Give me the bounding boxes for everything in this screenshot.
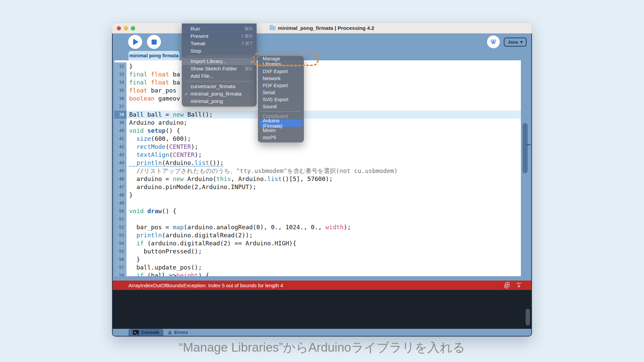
menu-item-minimal-pong[interactable]: minimal_pong — [182, 98, 257, 105]
submenu-item-network[interactable]: Network — [259, 75, 303, 82]
code-text: bar_pos = map(arduino.analogRead(0), 0.,… — [126, 223, 521, 231]
terminal-icon: >_ — [133, 330, 139, 335]
code-line-33[interactable]: 33final float ba — [114, 70, 521, 78]
code-line-43[interactable]: 43 textAlign(CENTER); — [114, 151, 521, 159]
code-text: if (arduino.digitalRead(2) == Arduino.HI… — [126, 239, 521, 247]
line-number: 54 — [114, 239, 126, 247]
annotation-dashed-highlight — [253, 53, 319, 66]
line-number: 47 — [114, 183, 126, 191]
close-button[interactable] — [117, 26, 121, 31]
code-line-53[interactable]: 53 println(arduino.digitalRead(2)); — [114, 231, 521, 239]
code-line-39[interactable]: 39Arduino arduino; — [114, 119, 521, 127]
menu-item-show-sketch-folder[interactable]: Show Sketch Folder⌘K — [182, 65, 257, 72]
editor-scrollbar-thumb[interactable] — [523, 123, 528, 173]
copy-console-icon[interactable] — [503, 282, 511, 289]
submenu-item-pdf-export[interactable]: PDF Export — [259, 82, 303, 89]
console-output[interactable]: /dev/cu.BLTH /dev/cu.Bluetooth-Incoming-… — [113, 290, 531, 329]
menu-item-import-library[interactable]: Import Library...› — [182, 58, 257, 65]
menu-item-minimal-pong-firmata[interactable]: ✓minimal_pong_firmata — [182, 90, 257, 98]
code-text — [126, 215, 521, 223]
code-line-41[interactable]: 41 size(600, 600); — [114, 135, 521, 143]
code-line-52[interactable]: 52 bar_pos = map(arduino.analogRead(0), … — [114, 223, 521, 231]
line-number: 38 — [114, 111, 126, 119]
menu-item-label: curvetracer_firmata — [191, 83, 235, 89]
menu-shortcut: ⌘K — [245, 66, 253, 71]
run-button[interactable] — [128, 35, 142, 49]
tab-console[interactable]: >_ Console — [128, 329, 163, 336]
code-line-54[interactable]: 54 if (arduino.digitalRead(2) == Arduino… — [114, 239, 521, 247]
line-number: 34 — [114, 78, 126, 86]
minimize-button[interactable] — [124, 26, 128, 31]
code-line-34[interactable]: 34final float ba — [114, 78, 521, 86]
tab-errors[interactable]: ⚠ Errors — [163, 329, 192, 336]
code-line-36[interactable]: 36boolean gameov — [114, 95, 521, 103]
submenu-item-arduino-firmata[interactable]: Arduino (Firmata) — [259, 120, 303, 127]
code-line-57[interactable]: 57 ball.update_pos(); — [114, 263, 521, 272]
code-line-55[interactable]: 55 buttonPressed(); — [114, 247, 521, 255]
line-number: 58 — [114, 272, 126, 276]
code-line-38[interactable]: 38Ball ball = new Ball(); — [114, 111, 521, 119]
console-scrollbar-thumb[interactable] — [526, 309, 530, 325]
collapse-console-icon[interactable] — [515, 282, 523, 289]
zoom-button[interactable] — [131, 26, 135, 31]
editor-scrollbar[interactable] — [521, 60, 531, 276]
submenu-item-svg-export[interactable]: SVG Export — [259, 96, 303, 103]
menu-item-add-file[interactable]: Add File... — [182, 72, 257, 80]
code-text — [126, 199, 521, 207]
mode-label: Java — [508, 40, 518, 45]
code-line-35[interactable]: 35float bar_pos — [114, 86, 521, 95]
menu-item-label: Tweak — [191, 41, 206, 47]
code-line-48[interactable]: 48} — [114, 191, 521, 199]
code-text: void draw() { — [126, 207, 521, 215]
line-number: 44 — [114, 159, 126, 167]
code-line-50[interactable]: 50void draw() { — [114, 207, 521, 215]
mode-selector[interactable]: Java ▾ — [504, 38, 527, 47]
line-number: 46 — [114, 175, 126, 183]
submenu-item-dxf-export[interactable]: DXF Export — [259, 68, 303, 75]
code-line-47[interactable]: 47 arduino.pinMode(2,Arduino.INPUT); — [114, 183, 521, 191]
code-line-44[interactable]: 44 println(Arduino.list()); — [114, 159, 521, 167]
line-number: 32 — [114, 62, 126, 70]
line-number: 40 — [114, 127, 126, 135]
stop-button[interactable] — [147, 35, 161, 49]
menu-item-label: Import Library... — [191, 58, 226, 64]
code-line-37[interactable]: 37 — [114, 103, 521, 111]
menu-item-curvetracer-firmata[interactable]: curvetracer_firmata — [182, 83, 257, 90]
code-line-45[interactable]: 45 //リストアップされたもののうち、"tty.usbmodem"を含む番号を… — [114, 167, 521, 175]
line-number: 49 — [114, 199, 126, 207]
menu-item-stop[interactable]: Stop — [182, 47, 257, 55]
menu-shortcut: ⇧⌘T — [240, 41, 253, 46]
play-icon — [133, 39, 139, 45]
code-area[interactable]: 32}33final float ba34final float ba35flo… — [114, 60, 521, 276]
menu-item-present[interactable]: Present⇧⌘R — [182, 33, 257, 40]
code-text: println(arduino.digitalRead(2)); — [126, 231, 521, 239]
code-line-32[interactable]: 32} — [114, 62, 521, 70]
code-line-46[interactable]: 46 arduino = new Arduino(this, Arduino.l… — [114, 175, 521, 183]
title-bar: minimal_pong_firmata | Processing 4.2 — [112, 22, 532, 34]
traffic-lights — [117, 26, 135, 31]
code-line-42[interactable]: 42 rectMode(CENTER); — [114, 143, 521, 151]
code-line-40[interactable]: 40void setup() { — [114, 127, 521, 135]
menu-item-run[interactable]: Run⌘R — [182, 25, 257, 33]
tab-minimal-pong-firmata[interactable]: minimal pong firmata — [128, 51, 179, 60]
window-title-group: minimal_pong_firmata | Processing 4.2 — [270, 25, 374, 31]
line-number: 35 — [114, 86, 126, 95]
code-line-49[interactable]: 49 — [114, 199, 521, 207]
code-line-56[interactable]: 56 } — [114, 255, 521, 263]
submenu-item-oscp5[interactable]: oscP5 — [259, 134, 303, 141]
error-status-bar: ArrayIndexOutOfBoundsException: Index 5 … — [113, 281, 531, 290]
code-text: Ball ball = new Ball(); — [126, 111, 521, 119]
line-number: 52 — [114, 223, 126, 231]
code-line-51[interactable]: 51 — [114, 215, 521, 223]
footer-tab-bar: >_ Console ⚠ Errors — [113, 329, 531, 336]
stop-icon — [152, 40, 157, 45]
submenu-item-sound[interactable]: Sound — [259, 103, 303, 110]
checkmark-icon: ✓ — [184, 92, 188, 97]
code-text: buttonPressed(); — [126, 247, 521, 255]
debug-button[interactable] — [487, 36, 500, 48]
code-line-58[interactable]: 58 if (ball.y>height) { — [114, 272, 521, 276]
menu-item-tweak[interactable]: Tweak⇧⌘T — [182, 40, 257, 47]
submenu-item-serial[interactable]: Serial — [259, 89, 303, 96]
menu-item-label: minimal_pong_firmata — [191, 91, 242, 97]
code-text: if (ball.y>height) { — [126, 272, 521, 276]
